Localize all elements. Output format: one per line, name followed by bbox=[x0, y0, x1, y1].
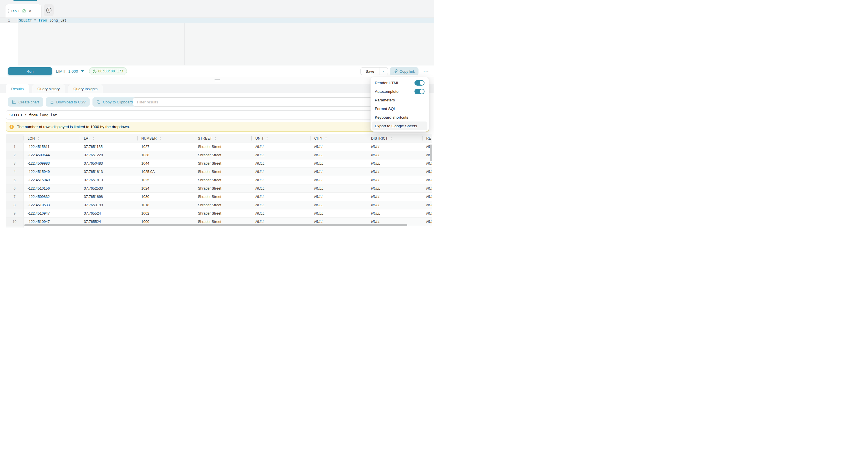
table-cell[interactable]: Shrader Street bbox=[194, 151, 251, 159]
table-cell[interactable]: Shrader Street bbox=[194, 168, 251, 176]
table-cell[interactable]: 37.7651228 bbox=[80, 151, 137, 159]
menu-item-keyboard-shortcuts[interactable]: Keyboard shortcuts bbox=[372, 113, 427, 122]
table-cell[interactable]: NULL bbox=[367, 193, 422, 201]
column-header[interactable]: UNIT bbox=[251, 134, 310, 143]
table-row[interactable]: 6-122.451015637.76525331024Shrader Stree… bbox=[6, 184, 432, 193]
table-cell[interactable]: -122.4510533 bbox=[24, 201, 80, 209]
table-cell[interactable]: NULL bbox=[367, 143, 422, 151]
tab-tab1[interactable]: Tab 1 ✕ bbox=[5, 4, 42, 18]
table-cell[interactable]: 37.765524 bbox=[80, 209, 137, 217]
horizontal-scrollbar[interactable] bbox=[24, 224, 407, 226]
vertical-scrollbar[interactable] bbox=[430, 145, 432, 161]
table-cell[interactable]: NULL bbox=[422, 209, 432, 217]
table-cell[interactable]: NULL bbox=[251, 143, 310, 151]
table-cell[interactable]: NULL bbox=[367, 209, 422, 217]
menu-item-autocomplete[interactable]: Autocomplete bbox=[372, 87, 427, 96]
code-line[interactable]: SELECT * from long_lat bbox=[19, 18, 67, 23]
table-cell[interactable]: 1025.0A bbox=[137, 168, 194, 176]
table-row[interactable]: 1-122.451581137.76511351027Shrader Stree… bbox=[6, 143, 432, 151]
sort-icon[interactable] bbox=[215, 137, 216, 140]
table-cell[interactable]: NULL bbox=[310, 159, 367, 168]
save-options-button[interactable] bbox=[379, 67, 388, 75]
table-cell[interactable]: NULL bbox=[251, 159, 310, 168]
new-tab-button[interactable]: + bbox=[44, 4, 54, 17]
save-button[interactable]: Save bbox=[361, 67, 379, 75]
table-row[interactable]: 3-122.450998337.76504831044Shrader Stree… bbox=[6, 159, 432, 168]
table-row[interactable]: 2-122.450964437.76512281038Shrader Stree… bbox=[6, 151, 432, 159]
table-cell[interactable]: Shrader Street bbox=[194, 209, 251, 217]
more-options-button[interactable]: ··· bbox=[421, 66, 431, 77]
table-cell[interactable]: 37.7651813 bbox=[80, 168, 137, 176]
sql-editor[interactable]: 1 SELECT * from long_lat bbox=[0, 18, 434, 65]
table-cell[interactable]: NULL bbox=[367, 201, 422, 209]
table-cell[interactable]: 1024 bbox=[137, 184, 194, 192]
table-cell[interactable]: Shrader Street bbox=[194, 193, 251, 201]
create-chart-button[interactable]: Create chart bbox=[8, 97, 43, 107]
table-cell[interactable]: -122.4509832 bbox=[24, 193, 80, 201]
table-cell[interactable]: NULL bbox=[310, 193, 367, 201]
table-cell[interactable]: NULL bbox=[310, 151, 367, 159]
executed-query-bar[interactable]: SELECT * from long_lat bbox=[6, 110, 429, 120]
table-row[interactable]: 7-122.450983237.76518981030Shrader Stree… bbox=[6, 193, 432, 201]
table-cell[interactable]: NULL bbox=[251, 176, 310, 184]
table-cell[interactable]: 37.7650483 bbox=[80, 159, 137, 168]
table-cell[interactable]: Shrader Street bbox=[194, 143, 251, 151]
table-cell[interactable]: 1027 bbox=[137, 143, 194, 151]
table-cell[interactable]: NULL bbox=[422, 193, 432, 201]
table-cell[interactable]: 37.7651135 bbox=[80, 143, 137, 151]
table-cell[interactable]: NULL bbox=[310, 209, 367, 217]
column-header[interactable]: NUMBER bbox=[137, 134, 194, 143]
menu-item-render-html[interactable]: Render HTML bbox=[372, 79, 427, 87]
table-cell[interactable]: NULL bbox=[251, 184, 310, 192]
table-cell[interactable]: NULL bbox=[422, 218, 432, 226]
column-header[interactable]: CITY bbox=[310, 134, 367, 143]
autocomplete-toggle[interactable] bbox=[414, 89, 425, 94]
run-button[interactable]: Run bbox=[8, 67, 52, 75]
table-cell[interactable]: NULL bbox=[367, 176, 422, 184]
column-header[interactable]: LON bbox=[24, 134, 80, 143]
table-cell[interactable]: -122.4509983 bbox=[24, 159, 80, 168]
table-cell[interactable]: NULL bbox=[251, 201, 310, 209]
table-cell[interactable]: NULL bbox=[251, 151, 310, 159]
table-cell[interactable]: NULL bbox=[251, 209, 310, 217]
sort-icon[interactable] bbox=[159, 137, 161, 140]
table-cell[interactable]: Shrader Street bbox=[194, 184, 251, 192]
sort-icon[interactable] bbox=[325, 137, 327, 140]
copy-link-button[interactable]: Copy link bbox=[390, 67, 418, 75]
table-cell[interactable]: NULL bbox=[367, 184, 422, 192]
sort-icon[interactable] bbox=[390, 137, 392, 140]
render-html-toggle[interactable] bbox=[414, 80, 425, 86]
table-cell[interactable]: NULL bbox=[367, 159, 422, 168]
table-cell[interactable]: 37.7651813 bbox=[80, 176, 137, 184]
table-cell[interactable]: 37.7652533 bbox=[80, 184, 137, 192]
menu-item-export-google-sheets[interactable]: Export to Google Sheets bbox=[372, 122, 427, 130]
limit-dropdown[interactable]: LIMIT: 1 000 bbox=[56, 65, 84, 77]
table-cell[interactable]: NULL bbox=[310, 143, 367, 151]
table-cell[interactable]: Shrader Street bbox=[194, 159, 251, 168]
table-row[interactable]: 5-122.451594937.76518131025Shrader Stree… bbox=[6, 176, 432, 184]
column-header[interactable]: STREET bbox=[194, 134, 251, 143]
table-cell[interactable]: NULL bbox=[310, 176, 367, 184]
splitter-grip-icon[interactable] bbox=[215, 79, 220, 81]
table-cell[interactable]: NULL bbox=[367, 168, 422, 176]
table-row[interactable]: 4-122.451594937.76518131025.0AShrader St… bbox=[6, 168, 432, 176]
table-cell[interactable]: NULL bbox=[251, 168, 310, 176]
menu-item-format-sql[interactable]: Format SQL bbox=[372, 104, 427, 113]
sort-icon[interactable] bbox=[93, 137, 94, 140]
close-tab-icon[interactable]: ✕ bbox=[29, 9, 32, 13]
table-cell[interactable]: 1025 bbox=[137, 176, 194, 184]
sort-icon[interactable] bbox=[266, 137, 268, 140]
table-cell[interactable]: NULL bbox=[251, 193, 310, 201]
table-cell[interactable]: NULL bbox=[422, 226, 432, 228]
table-cell[interactable]: 37.7651898 bbox=[80, 193, 137, 201]
table-cell[interactable]: NULL bbox=[422, 201, 432, 209]
table-cell[interactable]: -122.4510947 bbox=[24, 209, 80, 217]
tab-results[interactable]: Results bbox=[6, 84, 29, 93]
column-header[interactable]: DISTRICT bbox=[367, 134, 422, 143]
pane-splitter[interactable] bbox=[0, 77, 434, 84]
table-cell[interactable]: 1030 bbox=[137, 193, 194, 201]
table-cell[interactable]: 1044 bbox=[137, 159, 194, 168]
column-header[interactable]: RE bbox=[422, 134, 432, 143]
table-cell[interactable]: NULL bbox=[367, 151, 422, 159]
table-row[interactable]: 9-122.451094737.7655241002Shrader Street… bbox=[6, 209, 432, 218]
